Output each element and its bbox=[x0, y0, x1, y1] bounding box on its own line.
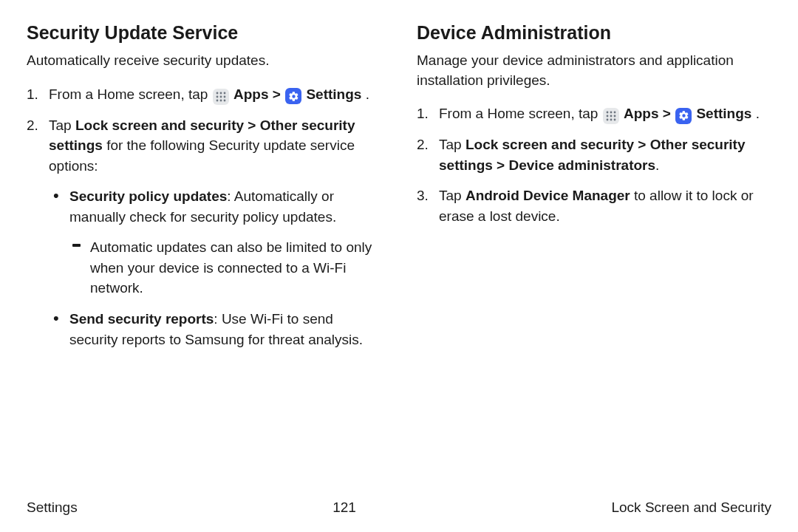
right-column: Device Administration Manage your device… bbox=[417, 22, 771, 360]
svg-point-16 bbox=[610, 119, 612, 121]
svg-point-14 bbox=[613, 115, 615, 117]
svg-point-12 bbox=[606, 115, 608, 117]
apps-icon bbox=[603, 108, 619, 124]
dash-list: Automatic updates can also be limited to… bbox=[69, 237, 381, 299]
subtitle-left: Automatically receive security updates. bbox=[27, 51, 381, 71]
bullet-security-policy: Security policy updates: Automatically o… bbox=[49, 186, 381, 299]
svg-point-6 bbox=[216, 99, 218, 101]
svg-point-5 bbox=[223, 95, 225, 98]
svg-point-4 bbox=[219, 95, 222, 98]
text: . bbox=[756, 106, 760, 121]
svg-point-7 bbox=[219, 99, 222, 101]
text: Tap bbox=[49, 117, 75, 133]
settings-label: Settings bbox=[696, 106, 751, 121]
apps-icon bbox=[213, 89, 229, 105]
step-3-right: Tap Android Device Manager to allow it t… bbox=[417, 185, 771, 226]
svg-point-3 bbox=[216, 95, 218, 98]
svg-point-15 bbox=[606, 119, 608, 121]
svg-point-11 bbox=[613, 112, 615, 114]
svg-point-9 bbox=[606, 112, 608, 114]
bold-path: Lock screen and security > Other securit… bbox=[439, 137, 746, 173]
sep: > bbox=[273, 86, 284, 102]
apps-label: Apps bbox=[233, 86, 269, 102]
dash-item: Automatic updates can also be limited to… bbox=[69, 237, 381, 299]
subtitle-right: Manage your device administrators and ap… bbox=[417, 51, 771, 90]
step-1-left: From a Home screen, tap Apps > Settings … bbox=[27, 84, 381, 105]
step-2-right: Tap Lock screen and security > Other sec… bbox=[417, 134, 771, 175]
sep: > bbox=[663, 106, 675, 121]
svg-point-10 bbox=[610, 112, 612, 114]
svg-point-13 bbox=[610, 115, 612, 117]
text: From a Home screen, tap bbox=[49, 86, 212, 102]
svg-point-17 bbox=[613, 119, 615, 121]
left-column: Security Update Service Automatically re… bbox=[27, 22, 381, 360]
text: . bbox=[366, 86, 369, 102]
svg-point-8 bbox=[223, 99, 225, 101]
footer-left: Settings bbox=[27, 499, 78, 516]
steps-right: From a Home screen, tap Apps > Settings … bbox=[417, 103, 771, 226]
page-number: 121 bbox=[332, 499, 356, 516]
steps-left: From a Home screen, tap Apps > Settings … bbox=[27, 84, 381, 349]
settings-label: Settings bbox=[306, 86, 361, 102]
apps-label: Apps bbox=[624, 106, 659, 121]
settings-gear-icon bbox=[285, 88, 301, 104]
text: Tap bbox=[439, 188, 466, 203]
text: . bbox=[655, 157, 659, 173]
svg-point-2 bbox=[223, 92, 225, 94]
footer-right: Lock Screen and Security bbox=[611, 499, 771, 516]
bullet-title: Security policy updates bbox=[69, 188, 227, 204]
settings-gear-icon bbox=[675, 108, 692, 124]
heading-security-update: Security Update Service bbox=[27, 22, 381, 44]
step-1-right: From a Home screen, tap Apps > Settings … bbox=[417, 103, 771, 124]
sub-bullets: Security policy updates: Automatically o… bbox=[49, 186, 381, 349]
bold-adm: Android Device Manager bbox=[466, 188, 630, 203]
svg-point-0 bbox=[216, 92, 218, 94]
step-2-left: Tap Lock screen and security > Other sec… bbox=[27, 115, 381, 349]
footer: Settings 121 Lock Screen and Security bbox=[27, 499, 771, 516]
text: Tap bbox=[439, 137, 466, 152]
svg-point-1 bbox=[219, 92, 222, 94]
text: From a Home screen, tap bbox=[439, 106, 602, 121]
bullet-title: Send security reports bbox=[69, 311, 214, 327]
bullet-send-reports: Send security reports: Use Wi-Fi to send… bbox=[49, 309, 381, 349]
heading-device-admin: Device Administration bbox=[417, 22, 771, 44]
